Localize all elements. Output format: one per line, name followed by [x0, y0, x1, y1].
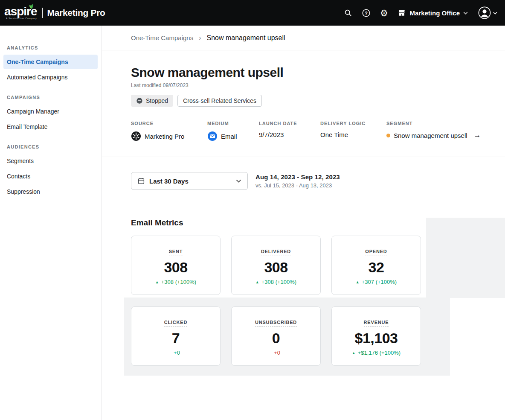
detail-value-launch-date: 9/7/2023 — [259, 131, 284, 138]
delta-text: +$1,176 (+100%) — [358, 350, 401, 356]
storefront-icon — [398, 9, 406, 17]
campaign-details: SOURCE Marketing Pro MEDIUM — [131, 121, 505, 141]
detail-label-delivery-logic: DELIVERY LOGIC — [320, 121, 386, 126]
topbar-actions: ? ⚙ Marketing Office — [343, 6, 497, 19]
main-content: One-Time Campaigns › Snow management ups… — [102, 26, 505, 420]
product-name: Marketing Pro — [47, 8, 105, 18]
delta-up-icon: ▲ — [352, 351, 356, 355]
metric-label: OPENED — [365, 249, 387, 256]
stop-icon — [136, 97, 143, 104]
detail-value-segment: Snow management upsell — [394, 132, 467, 139]
marketing-pro-icon — [131, 131, 141, 141]
metric-delta: +0 — [236, 350, 316, 356]
search-icon[interactable] — [343, 8, 353, 18]
detail-value-medium: Email — [221, 133, 237, 140]
metric-card-unsubscribed: UNSUBSCRIBED 0 +0 — [231, 306, 321, 366]
sidebar-item-segments[interactable]: Segments — [3, 154, 98, 168]
breadcrumb-parent-link[interactable]: One-Time Campaigns — [131, 34, 193, 41]
sidebar-item-automated-campaigns[interactable]: Automated Campaigns — [3, 70, 98, 85]
top-bar: aspire A ServiceTitan Company Marketing … — [0, 0, 505, 26]
svg-text:?: ? — [365, 10, 368, 15]
brand-tagline: A ServiceTitan Company — [6, 17, 37, 20]
sidebar-section-analytics: ANALYTICS — [0, 45, 101, 50]
date-range-value: Last 30 Days — [149, 178, 189, 185]
metric-value: 7 — [136, 330, 216, 347]
office-label: Marketing Office — [409, 9, 460, 17]
sidebar-item-one-time-campaigns[interactable]: One-Time Campaigns — [3, 55, 98, 69]
date-range-select[interactable]: Last 30 Days — [131, 172, 248, 190]
last-modified: Last modified 09/07/2023 — [131, 82, 505, 88]
help-icon[interactable]: ? — [361, 8, 371, 18]
metric-delta: +0 — [136, 350, 216, 356]
detail-label-launch-date: LAUNCH DATE — [259, 121, 320, 126]
metric-label: SENT — [169, 249, 183, 256]
delta-up-icon: ▲ — [255, 280, 259, 284]
sidebar-item-contacts[interactable]: Contacts — [3, 169, 98, 184]
calendar-icon — [137, 177, 145, 185]
sidebar-item-suppression[interactable]: Suppression — [3, 184, 98, 199]
metric-value: 308 — [136, 259, 216, 276]
status-badge: Stopped — [131, 95, 173, 107]
chevron-down-icon — [493, 12, 497, 15]
delta-up-icon: ▲ — [155, 280, 159, 284]
detail-label-medium: MEDIUM — [207, 121, 259, 126]
breadcrumb-chevron-icon: › — [199, 34, 201, 42]
metric-card-sent: SENT 308 ▲ +308 (+100%) — [131, 236, 221, 295]
metric-label: CLICKED — [164, 320, 188, 327]
metric-value: 32 — [336, 259, 416, 276]
sidebar-section-audiences: AUDIENCES — [0, 144, 101, 149]
metric-delta: ▲ +308 (+100%) — [236, 279, 316, 285]
leaf-icon — [29, 3, 35, 9]
metric-card-delivered: DELIVERED 308 ▲ +308 (+100%) — [231, 236, 321, 295]
metric-card-clicked: CLICKED 7 +0 — [131, 306, 221, 366]
metric-label: REVENUE — [364, 320, 389, 327]
detail-value-source: Marketing Pro — [145, 133, 184, 140]
user-menu[interactable] — [478, 6, 497, 19]
section-divider — [102, 157, 505, 157]
metric-value: $1,103 — [336, 330, 416, 347]
aspire-logo: aspire A ServiceTitan Company — [4, 6, 37, 20]
email-metrics-heading: Email Metrics — [131, 218, 505, 228]
metric-delta: ▲ +307 (+100%) — [336, 279, 416, 285]
segment-dot-icon — [386, 134, 390, 137]
arrow-right-icon: → — [474, 131, 481, 140]
office-selector[interactable]: Marketing Office — [398, 9, 468, 17]
sidebar-item-email-template[interactable]: Email Template — [3, 120, 98, 134]
gear-icon[interactable]: ⚙ — [379, 8, 389, 18]
chevron-down-icon — [236, 179, 241, 183]
delta-text: +308 (+100%) — [261, 279, 296, 285]
date-range-text: Aug 14, 2023 - Sep 12, 2023 — [255, 173, 340, 181]
metric-value: 0 — [236, 330, 316, 347]
segment-link[interactable]: Snow management upsell → — [386, 131, 481, 140]
delta-text: +0 — [274, 350, 280, 356]
detail-label-segment: SEGMENT — [386, 121, 481, 126]
delta-text: +0 — [174, 350, 180, 356]
delta-up-icon: ▲ — [356, 280, 360, 284]
metric-label: DELIVERED — [261, 249, 291, 256]
email-icon — [207, 131, 218, 141]
metric-card-opened: OPENED 32 ▲ +307 (+100%) — [331, 236, 421, 295]
sidebar-section-campaigns: CAMPAIGNS — [0, 95, 101, 100]
delta-text: +307 (+100%) — [362, 279, 397, 285]
status-label: Stopped — [146, 97, 168, 104]
sidebar-item-campaign-manager[interactable]: Campaign Manager — [3, 104, 98, 119]
detail-label-source: SOURCE — [131, 121, 207, 126]
metric-label: UNSUBSCRIBED — [255, 320, 297, 327]
sidebar-nav: ANALYTICS One-Time Campaigns Automated C… — [0, 26, 102, 420]
metric-card-revenue: REVENUE $1,103 ▲ +$1,176 (+100%) — [331, 306, 421, 366]
chevron-down-icon — [463, 12, 468, 15]
detail-value-delivery-logic: One Time — [320, 131, 348, 138]
page-title: Snow management upsell — [131, 65, 505, 80]
breadcrumb-current: Snow management upsell — [207, 34, 285, 42]
breadcrumb: One-Time Campaigns › Snow management ups… — [102, 26, 505, 50]
category-tag: Cross-sell Related Services — [177, 95, 262, 107]
delta-text: +308 (+100%) — [161, 279, 196, 285]
category-tag-label: Cross-sell Related Services — [183, 97, 256, 104]
metric-value: 308 — [236, 259, 316, 276]
date-comparison-text: vs. Jul 15, 2023 - Aug 13, 2023 — [255, 182, 340, 189]
metric-delta: ▲ +$1,176 (+100%) — [336, 350, 416, 356]
metric-delta: ▲ +308 (+100%) — [136, 279, 216, 285]
brand-divider — [42, 8, 43, 18]
brand-logo: aspire A ServiceTitan Company Marketing … — [4, 6, 105, 20]
avatar-icon — [478, 6, 491, 19]
